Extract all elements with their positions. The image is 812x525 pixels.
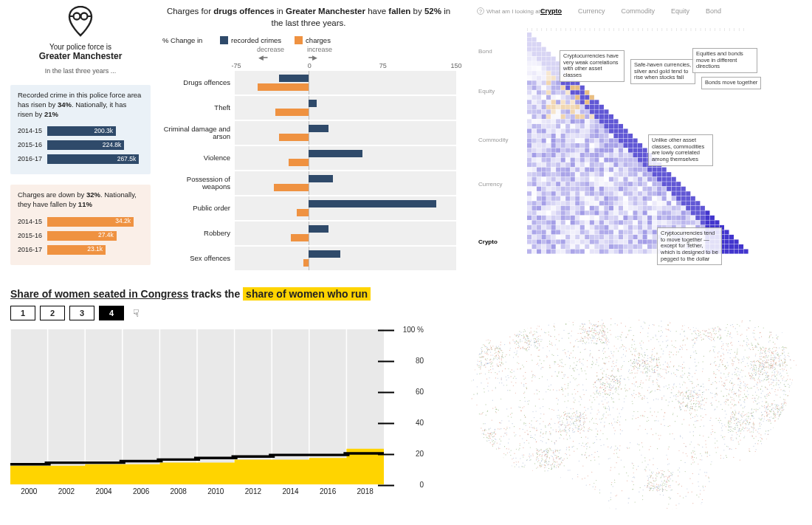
- step-2[interactable]: 2: [40, 306, 65, 320]
- svg-point-1204: [602, 320, 602, 320]
- svg-point-5923: [703, 356, 704, 357]
- svg-point-1909: [492, 445, 492, 445]
- svg-point-2573: [754, 333, 754, 334]
- tab-bond[interactable]: Bond: [706, 7, 721, 15]
- step-1[interactable]: 1: [10, 306, 35, 320]
- svg-point-2495: [554, 326, 555, 327]
- svg-point-2973: [571, 375, 572, 376]
- svg-rect-842: [613, 225, 618, 230]
- svg-point-5114: [453, 328, 453, 329]
- svg-rect-598: [686, 191, 690, 196]
- svg-rect-91: [571, 90, 575, 95]
- svg-rect-294: [594, 143, 599, 148]
- svg-point-5841: [636, 372, 637, 373]
- svg-point-3490: [715, 374, 716, 375]
- svg-point-5847: [755, 401, 756, 402]
- svg-point-5876: [532, 411, 533, 412]
- svg-rect-589: [643, 191, 647, 196]
- svg-point-5802: [733, 405, 734, 406]
- svg-point-1561: [722, 430, 723, 430]
- svg-rect-312: [565, 148, 570, 153]
- svg-point-2365: [551, 456, 551, 456]
- svg-point-5626: [581, 495, 582, 496]
- svg-point-2199: [462, 419, 463, 420]
- svg-rect-877: [585, 230, 589, 234]
- svg-point-4072: [480, 315, 481, 316]
- svg-point-4800: [540, 418, 540, 419]
- svg-point-1967: [676, 354, 677, 355]
- svg-rect-809: [647, 220, 652, 224]
- step-3[interactable]: 3: [69, 306, 94, 320]
- svg-point-5671: [730, 418, 731, 419]
- category-row: Criminal damage and arson: [161, 121, 456, 145]
- svg-rect-311: [561, 148, 565, 153]
- tab-currency[interactable]: Currency: [578, 7, 605, 15]
- svg-point-4437: [726, 389, 727, 390]
- svg-point-5434: [528, 472, 529, 473]
- svg-point-5994: [633, 415, 633, 416]
- svg-point-6054: [644, 354, 645, 354]
- svg-point-3516: [658, 484, 658, 485]
- svg-point-4909: [492, 436, 493, 437]
- svg-point-3004: [526, 349, 527, 349]
- svg-point-3323: [628, 297, 629, 298]
- svg-point-4701: [526, 388, 527, 389]
- svg-point-1650: [664, 471, 664, 472]
- tab-equity[interactable]: Equity: [671, 7, 689, 15]
- svg-rect-187: [585, 119, 589, 123]
- svg-point-1161: [670, 512, 670, 512]
- svg-rect-657: [638, 201, 642, 205]
- svg-point-4541: [740, 399, 740, 400]
- svg-point-5481: [571, 416, 572, 416]
- svg-point-1410: [551, 419, 551, 419]
- svg-point-5028: [802, 408, 802, 408]
- svg-point-5073: [774, 357, 775, 357]
- svg-rect-880: [599, 230, 604, 234]
- svg-point-4430: [768, 430, 768, 431]
- svg-point-2349: [669, 330, 670, 331]
- svg-rect-204: [575, 124, 579, 128]
- svg-point-2953: [694, 387, 695, 388]
- svg-point-5642: [517, 335, 518, 336]
- tab-crypto[interactable]: Crypto: [540, 7, 562, 15]
- svg-point-5018: [613, 351, 614, 352]
- svg-point-5832: [585, 454, 585, 455]
- svg-point-4767: [574, 346, 574, 346]
- svg-point-3244: [593, 487, 593, 487]
- svg-point-4531: [475, 457, 476, 458]
- svg-point-5141: [613, 486, 613, 487]
- svg-point-2032: [728, 376, 729, 377]
- svg-rect-699: [667, 206, 671, 210]
- svg-point-3597: [557, 417, 558, 418]
- help-icon[interactable]: ?: [477, 7, 484, 15]
- svg-point-3117: [565, 453, 565, 454]
- svg-rect-543: [580, 187, 585, 191]
- help-hint[interactable]: ?What am I looking at?: [477, 7, 543, 15]
- svg-point-5709: [761, 371, 762, 372]
- svg-point-5449: [715, 409, 715, 410]
- svg-point-3964: [608, 459, 609, 459]
- svg-point-5059: [599, 350, 599, 351]
- svg-rect-417: [561, 168, 565, 172]
- tab-commodity[interactable]: Commodity: [622, 7, 656, 15]
- svg-point-5192: [641, 442, 642, 443]
- svg-point-4104: [648, 340, 649, 341]
- svg-point-3908: [649, 488, 650, 489]
- svg-point-4291: [771, 365, 771, 366]
- svg-point-5150: [527, 401, 528, 402]
- svg-point-4334: [535, 346, 536, 346]
- svg-rect-786: [537, 220, 541, 224]
- svg-point-1786: [785, 439, 786, 440]
- svg-point-4943: [785, 359, 785, 360]
- svg-point-3815: [776, 334, 777, 335]
- svg-point-1962: [654, 358, 655, 359]
- svg-point-5377: [569, 424, 570, 425]
- svg-point-1948: [718, 331, 719, 332]
- svg-point-3132: [668, 364, 669, 365]
- svg-point-3832: [611, 309, 612, 310]
- svg-point-2198: [579, 416, 579, 417]
- svg-point-2488: [537, 340, 537, 340]
- svg-point-4906: [743, 420, 744, 421]
- svg-point-4941: [673, 395, 674, 396]
- step-4[interactable]: 4: [99, 306, 124, 320]
